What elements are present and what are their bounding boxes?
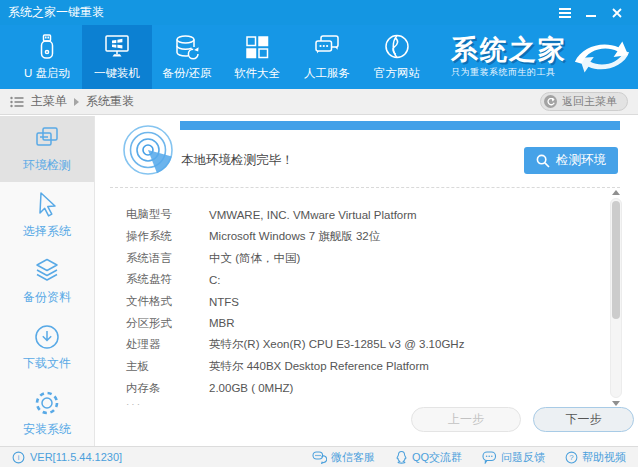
nav-item-usb-boot[interactable]: U 盘启动: [12, 25, 82, 89]
info-value: 英特尔(R) Xeon(R) CPU E3-1285L v3 @ 3.10GHz: [209, 337, 464, 352]
version-label: VER[11.5.44.1230]: [30, 451, 122, 463]
titlebar: 系统之家一键重装: [0, 0, 638, 25]
breadcrumb-current: 系统重装: [86, 93, 134, 110]
sidebar-item-label: 下载文件: [23, 355, 71, 372]
overlap-windows-icon: [32, 125, 62, 153]
breadcrumb-bar: 主菜单 系统重装 返回主菜单: [0, 89, 638, 115]
brand-tagline: 只为重装系统而生的工具: [451, 66, 567, 79]
search-icon: [536, 154, 550, 168]
next-step-button[interactable]: 下一步: [533, 407, 634, 432]
svg-text:?: ?: [569, 453, 574, 462]
clipped-row: ···: [126, 399, 602, 405]
close-icon[interactable]: [604, 0, 630, 25]
info-label: 电脑型号: [126, 207, 209, 222]
help-videos-link[interactable]: ? 帮助视频: [565, 450, 626, 465]
software-grid-icon: [241, 33, 273, 63]
download-circle-icon: [32, 323, 62, 351]
status-bar: i VER[11.5.44.1230] 微信客服: [0, 446, 638, 467]
qq-group-link[interactable]: QQ交流群: [395, 450, 462, 465]
chat-bubbles-icon: [311, 33, 343, 63]
version-info: i VER[11.5.44.1230]: [12, 451, 312, 464]
scrollbar-thumb[interactable]: [612, 201, 620, 319]
scrollbar-track[interactable]: [610, 198, 622, 398]
footer-link-label: QQ交流群: [412, 450, 462, 465]
nav-item-support[interactable]: 人工服务: [292, 25, 362, 89]
main-panel: 本地环境检测完毕！ 检测环境 电脑型号 VMWARE, INC. VMware …: [96, 116, 638, 446]
nav-item-software[interactable]: 软件大全: [222, 25, 292, 89]
monitor-windows-icon: [101, 33, 133, 63]
info-label: 系统语言: [126, 251, 209, 266]
step-sidebar: 环境检测 选择系统 备份资料: [0, 116, 95, 446]
feedback-link[interactable]: 问题反馈: [482, 450, 545, 465]
detect-environment-button[interactable]: 检测环境: [524, 147, 618, 174]
info-value: NTFS: [209, 296, 239, 308]
scrollbar: [610, 190, 622, 406]
info-value: VMWARE, INC. VMware Virtual Platform: [209, 209, 417, 221]
info-row-memory: 内存条 2.00GB ( 0MHZ): [126, 378, 602, 400]
brand: 系统之家 只为重装系统而生的工具: [451, 25, 632, 89]
scroll-down-icon[interactable]: [612, 401, 620, 406]
svg-text:i: i: [18, 453, 20, 462]
brand-name: 系统之家: [451, 36, 567, 64]
minimize-icon[interactable]: [578, 0, 604, 25]
window-controls: [552, 0, 630, 25]
progress-bar: [180, 121, 620, 130]
nav-item-one-click-install[interactable]: 一键装机: [82, 25, 152, 89]
sidebar-item-select-system[interactable]: 选择系统: [0, 182, 94, 248]
info-value: 2.00GB ( 0MHZ): [209, 382, 293, 394]
info-row-motherboard: 主板 英特尔 440BX Desktop Reference Platform: [126, 356, 602, 378]
info-value: Microsoft Windows 7 旗舰版 32位: [209, 229, 380, 244]
nav-item-label: 软件大全: [234, 66, 280, 81]
info-value: 英特尔 440BX Desktop Reference Platform: [209, 359, 429, 374]
info-label: 操作系统: [126, 229, 209, 244]
sidebar-item-download-files[interactable]: 下载文件: [0, 314, 94, 380]
database-restore-icon: [171, 33, 203, 63]
footer-links: 微信客服 QQ交流群 问题反馈: [312, 450, 626, 465]
sidebar-item-install-system[interactable]: 安装系统: [0, 380, 94, 446]
footer-link-label: 帮助视频: [582, 450, 626, 465]
nav-item-website[interactable]: 官方网站: [362, 25, 432, 89]
sidebar-item-label: 选择系统: [23, 223, 71, 240]
list-icon: [10, 96, 24, 108]
wechat-support-link[interactable]: 微信客服: [312, 450, 375, 465]
nav-item-label: 一键装机: [94, 66, 140, 81]
sidebar-item-label: 安装系统: [23, 421, 71, 438]
info-circle-icon: i: [12, 451, 25, 464]
cursor-icon: [32, 191, 62, 219]
sidebar-item-backup-data[interactable]: 备份资料: [0, 248, 94, 314]
previous-step-button[interactable]: 上一步: [411, 407, 521, 432]
info-row-partition: 分区形式 MBR: [126, 312, 602, 334]
sidebar-item-label: 环境检测: [23, 157, 71, 174]
back-to-main-menu-button[interactable]: 返回主菜单: [540, 92, 628, 111]
footer-link-label: 问题反馈: [501, 450, 545, 465]
info-row-computer-model: 电脑型号 VMWARE, INC. VMware Virtual Platfor…: [126, 204, 602, 226]
info-label: 处理器: [126, 337, 209, 352]
dashed-separator: [110, 187, 620, 188]
footer-link-label: 微信客服: [331, 450, 375, 465]
return-arrow-icon: [544, 95, 557, 108]
help-circle-icon: ?: [565, 451, 578, 464]
info-label: 主板: [126, 359, 209, 374]
info-label: 分区形式: [126, 316, 209, 331]
window-title: 系统之家一键重装: [8, 4, 552, 21]
nav-item-label: U 盘启动: [24, 66, 70, 81]
system-info-list: 电脑型号 VMWARE, INC. VMware Virtual Platfor…: [126, 204, 602, 405]
info-row-os: 操作系统 Microsoft Windows 7 旗舰版 32位: [126, 226, 602, 248]
layers-icon: [32, 257, 62, 285]
info-row-file-format: 文件格式 NTFS: [126, 291, 602, 313]
scroll-up-icon[interactable]: [612, 190, 620, 195]
wechat-icon: [312, 451, 327, 464]
sidebar-item-env-check[interactable]: 环境检测: [0, 116, 94, 182]
detect-button-label: 检测环境: [556, 152, 606, 169]
info-label: 系统盘符: [126, 272, 209, 287]
breadcrumb-root[interactable]: 主菜单: [31, 93, 67, 110]
radar-scan-icon: [122, 124, 174, 176]
menu-icon[interactable]: [552, 0, 578, 25]
app-window: 系统之家一键重装 U 盘启动: [0, 0, 638, 467]
info-row-cpu: 处理器 英特尔(R) Xeon(R) CPU E3-1285L v3 @ 3.1…: [126, 334, 602, 356]
sidebar-item-label: 备份资料: [23, 289, 71, 306]
back-button-label: 返回主菜单: [562, 94, 617, 109]
gear-icon: [32, 389, 62, 417]
nav-item-backup-restore[interactable]: 备份/还原: [152, 25, 222, 89]
swoosh-logo-icon: [572, 38, 632, 76]
